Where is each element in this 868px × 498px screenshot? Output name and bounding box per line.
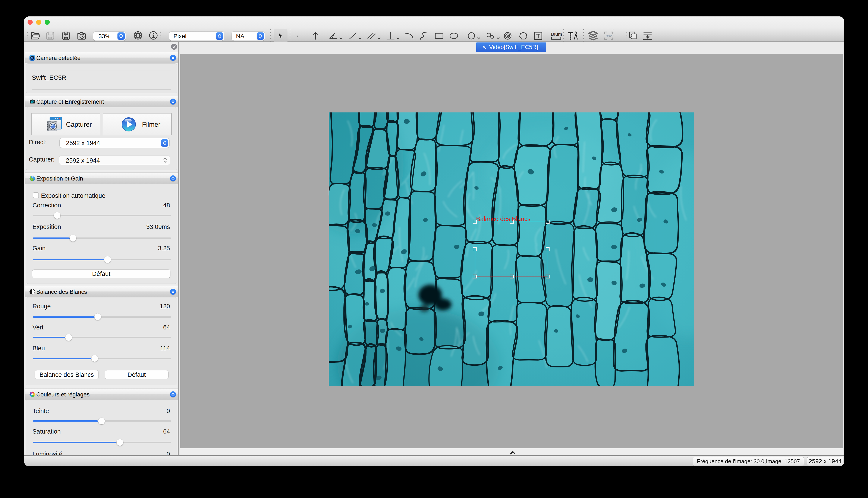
svg-text:10um: 10um [551, 31, 562, 37]
svg-text:CSV: CSV [606, 34, 612, 38]
